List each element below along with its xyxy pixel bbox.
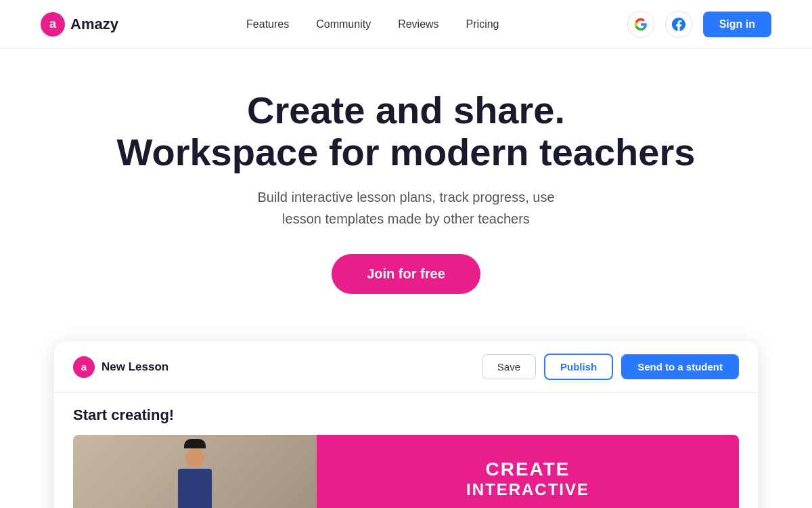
signin-button[interactable]: Sign in [703, 12, 771, 37]
lesson-card-body: Start creating! CREATE INTERACTIVE [54, 393, 758, 508]
nav-item-pricing[interactable]: Pricing [466, 18, 499, 30]
nav-item-reviews[interactable]: Reviews [398, 18, 438, 30]
nav-links: Features Community Reviews Pricing [246, 18, 499, 30]
hero-section: Create and share. Workspace for modern t… [0, 49, 812, 321]
nav-item-community[interactable]: Community [316, 18, 371, 30]
facebook-signin-icon[interactable] [665, 11, 692, 38]
navbar: a Amazy Features Community Reviews Prici… [0, 0, 812, 49]
nav-actions: Sign in [627, 11, 771, 38]
lesson-card-actions: Save Publish Send to a student [482, 354, 739, 380]
lesson-title: New Lesson [102, 360, 168, 374]
logo-icon: a [41, 12, 65, 37]
nav-item-features[interactable]: Features [246, 18, 289, 30]
hero-title-line2: Workspace for modern teachers [14, 131, 798, 173]
banner-line2: INTERACTIVE [466, 480, 589, 499]
lesson-logo: a New Lesson [73, 356, 168, 378]
lesson-card: a New Lesson Save Publish Send to a stud… [54, 341, 758, 508]
teacher-photo [73, 435, 317, 508]
lesson-logo-icon: a [73, 356, 95, 378]
preview-banner: CREATE INTERACTIVE [317, 435, 739, 508]
logo-link[interactable]: a Amazy [41, 12, 118, 37]
google-signin-icon[interactable] [627, 11, 654, 38]
hero-subtitle: Build interactive lesson plans, track pr… [14, 186, 798, 230]
brand-name: Amazy [70, 16, 118, 33]
teacher-figure [168, 448, 222, 508]
start-creating-label: Start creating! [73, 406, 739, 424]
teacher-hair [184, 439, 206, 448]
teacher-body [178, 469, 212, 508]
join-free-button[interactable]: Join for free [332, 254, 480, 294]
save-button[interactable]: Save [482, 354, 536, 379]
lesson-preview: CREATE INTERACTIVE [73, 435, 739, 508]
send-to-student-button[interactable]: Send to a student [621, 354, 739, 379]
banner-line1: CREATE [485, 459, 570, 480]
teacher-head [185, 448, 204, 467]
publish-button[interactable]: Publish [544, 354, 613, 380]
hero-title-line1: Create and share. [14, 89, 798, 131]
lesson-card-header: a New Lesson Save Publish Send to a stud… [54, 341, 758, 393]
